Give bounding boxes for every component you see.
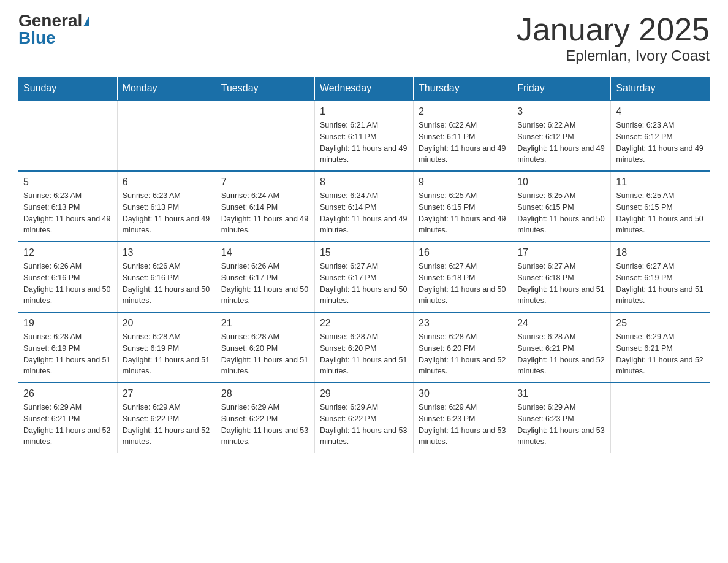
day-info: Sunrise: 6:28 AM Sunset: 6:20 PM Dayligh… [221, 331, 309, 377]
day-number: 21 [221, 318, 309, 329]
calendar-cell: 12Sunrise: 6:26 AM Sunset: 6:16 PM Dayli… [18, 242, 117, 312]
day-number: 8 [320, 177, 408, 188]
day-info: Sunrise: 6:29 AM Sunset: 6:21 PM Dayligh… [616, 331, 705, 377]
day-info: Sunrise: 6:24 AM Sunset: 6:14 PM Dayligh… [320, 190, 408, 236]
day-of-week-header: Wednesday [314, 77, 413, 101]
calendar-cell [18, 101, 117, 171]
day-of-week-header: Sunday [18, 77, 117, 101]
calendar-week-row: 19Sunrise: 6:28 AM Sunset: 6:19 PM Dayli… [18, 312, 710, 383]
calendar-cell: 24Sunrise: 6:28 AM Sunset: 6:21 PM Dayli… [512, 312, 611, 383]
day-info: Sunrise: 6:27 AM Sunset: 6:17 PM Dayligh… [320, 261, 408, 307]
day-number: 24 [517, 318, 605, 329]
day-number: 10 [517, 177, 605, 188]
calendar-cell: 16Sunrise: 6:27 AM Sunset: 6:18 PM Dayli… [414, 242, 512, 312]
calendar-cell: 19Sunrise: 6:28 AM Sunset: 6:19 PM Dayli… [18, 312, 117, 383]
day-info: Sunrise: 6:26 AM Sunset: 6:16 PM Dayligh… [23, 261, 112, 307]
day-number: 16 [419, 247, 507, 258]
day-info: Sunrise: 6:28 AM Sunset: 6:19 PM Dayligh… [23, 331, 112, 377]
day-number: 9 [419, 177, 507, 188]
day-of-week-header: Saturday [611, 77, 710, 101]
calendar-cell: 21Sunrise: 6:28 AM Sunset: 6:20 PM Dayli… [216, 312, 314, 383]
day-of-week-header: Friday [512, 77, 611, 101]
calendar-cell: 26Sunrise: 6:29 AM Sunset: 6:21 PM Dayli… [18, 383, 117, 453]
day-info: Sunrise: 6:23 AM Sunset: 6:13 PM Dayligh… [123, 190, 211, 236]
day-info: Sunrise: 6:29 AM Sunset: 6:22 PM Dayligh… [221, 402, 309, 448]
calendar-cell: 5Sunrise: 6:23 AM Sunset: 6:13 PM Daylig… [18, 171, 117, 242]
calendar-table: SundayMondayTuesdayWednesdayThursdayFrid… [18, 77, 710, 453]
day-info: Sunrise: 6:26 AM Sunset: 6:17 PM Dayligh… [221, 261, 309, 307]
calendar-cell: 22Sunrise: 6:28 AM Sunset: 6:20 PM Dayli… [314, 312, 413, 383]
calendar-cell: 11Sunrise: 6:25 AM Sunset: 6:15 PM Dayli… [611, 171, 710, 242]
calendar-cell: 30Sunrise: 6:29 AM Sunset: 6:23 PM Dayli… [414, 383, 512, 453]
day-info: Sunrise: 6:22 AM Sunset: 6:11 PM Dayligh… [419, 120, 507, 166]
day-info: Sunrise: 6:23 AM Sunset: 6:12 PM Dayligh… [616, 120, 705, 166]
calendar-cell: 1Sunrise: 6:21 AM Sunset: 6:11 PM Daylig… [314, 101, 413, 171]
day-info: Sunrise: 6:27 AM Sunset: 6:18 PM Dayligh… [419, 261, 507, 307]
calendar-cell: 3Sunrise: 6:22 AM Sunset: 6:12 PM Daylig… [512, 101, 611, 171]
calendar-subtitle: Eplemlan, Ivory Coast [517, 47, 710, 64]
day-of-week-header: Tuesday [216, 77, 314, 101]
calendar-cell [611, 383, 710, 453]
day-number: 27 [123, 388, 211, 399]
day-number: 19 [23, 318, 112, 329]
calendar-cell: 18Sunrise: 6:27 AM Sunset: 6:19 PM Dayli… [611, 242, 710, 312]
day-info: Sunrise: 6:29 AM Sunset: 6:23 PM Dayligh… [419, 402, 507, 448]
day-info: Sunrise: 6:27 AM Sunset: 6:19 PM Dayligh… [616, 261, 705, 307]
calendar-cell: 2Sunrise: 6:22 AM Sunset: 6:11 PM Daylig… [414, 101, 512, 171]
logo-triangle-icon [83, 15, 89, 26]
day-number: 29 [320, 388, 408, 399]
day-info: Sunrise: 6:29 AM Sunset: 6:22 PM Dayligh… [123, 402, 211, 448]
page-header: General Blue January 2025 Eplemlan, Ivor… [18, 12, 710, 64]
calendar-cell: 8Sunrise: 6:24 AM Sunset: 6:14 PM Daylig… [314, 171, 413, 242]
calendar-header-row: SundayMondayTuesdayWednesdayThursdayFrid… [18, 77, 710, 101]
day-info: Sunrise: 6:21 AM Sunset: 6:11 PM Dayligh… [320, 120, 408, 166]
day-info: Sunrise: 6:25 AM Sunset: 6:15 PM Dayligh… [616, 190, 705, 236]
day-info: Sunrise: 6:29 AM Sunset: 6:21 PM Dayligh… [23, 402, 112, 448]
day-number: 7 [221, 177, 309, 188]
calendar-cell [216, 101, 314, 171]
calendar-week-row: 26Sunrise: 6:29 AM Sunset: 6:21 PM Dayli… [18, 383, 710, 453]
day-info: Sunrise: 6:28 AM Sunset: 6:21 PM Dayligh… [517, 331, 605, 377]
day-info: Sunrise: 6:27 AM Sunset: 6:18 PM Dayligh… [517, 261, 605, 307]
day-number: 2 [419, 106, 507, 117]
day-number: 18 [616, 247, 705, 258]
logo-general-text: General [18, 12, 82, 29]
day-info: Sunrise: 6:25 AM Sunset: 6:15 PM Dayligh… [419, 190, 507, 236]
calendar-cell: 6Sunrise: 6:23 AM Sunset: 6:13 PM Daylig… [117, 171, 216, 242]
day-of-week-header: Thursday [414, 77, 512, 101]
calendar-cell: 17Sunrise: 6:27 AM Sunset: 6:18 PM Dayli… [512, 242, 611, 312]
day-info: Sunrise: 6:29 AM Sunset: 6:23 PM Dayligh… [517, 402, 605, 448]
calendar-cell: 28Sunrise: 6:29 AM Sunset: 6:22 PM Dayli… [216, 383, 314, 453]
day-number: 25 [616, 318, 705, 329]
calendar-cell: 20Sunrise: 6:28 AM Sunset: 6:19 PM Dayli… [117, 312, 216, 383]
title-block: January 2025 Eplemlan, Ivory Coast [517, 12, 710, 64]
calendar-cell: 7Sunrise: 6:24 AM Sunset: 6:14 PM Daylig… [216, 171, 314, 242]
day-number: 20 [123, 318, 211, 329]
day-number: 31 [517, 388, 605, 399]
calendar-cell: 9Sunrise: 6:25 AM Sunset: 6:15 PM Daylig… [414, 171, 512, 242]
calendar-cell: 27Sunrise: 6:29 AM Sunset: 6:22 PM Dayli… [117, 383, 216, 453]
calendar-cell: 10Sunrise: 6:25 AM Sunset: 6:15 PM Dayli… [512, 171, 611, 242]
day-number: 28 [221, 388, 309, 399]
day-info: Sunrise: 6:28 AM Sunset: 6:20 PM Dayligh… [419, 331, 507, 377]
day-of-week-header: Monday [117, 77, 216, 101]
calendar-cell: 4Sunrise: 6:23 AM Sunset: 6:12 PM Daylig… [611, 101, 710, 171]
calendar-week-row: 1Sunrise: 6:21 AM Sunset: 6:11 PM Daylig… [18, 101, 710, 171]
calendar-cell: 13Sunrise: 6:26 AM Sunset: 6:16 PM Dayli… [117, 242, 216, 312]
day-number: 14 [221, 247, 309, 258]
day-number: 3 [517, 106, 605, 117]
day-info: Sunrise: 6:24 AM Sunset: 6:14 PM Dayligh… [221, 190, 309, 236]
day-info: Sunrise: 6:28 AM Sunset: 6:20 PM Dayligh… [320, 331, 408, 377]
calendar-cell: 14Sunrise: 6:26 AM Sunset: 6:17 PM Dayli… [216, 242, 314, 312]
calendar-cell [117, 101, 216, 171]
day-number: 6 [123, 177, 211, 188]
day-number: 15 [320, 247, 408, 258]
day-info: Sunrise: 6:26 AM Sunset: 6:16 PM Dayligh… [123, 261, 211, 307]
calendar-cell: 31Sunrise: 6:29 AM Sunset: 6:23 PM Dayli… [512, 383, 611, 453]
day-number: 11 [616, 177, 705, 188]
day-number: 17 [517, 247, 605, 258]
calendar-week-row: 5Sunrise: 6:23 AM Sunset: 6:13 PM Daylig… [18, 171, 710, 242]
day-info: Sunrise: 6:25 AM Sunset: 6:15 PM Dayligh… [517, 190, 605, 236]
day-number: 26 [23, 388, 112, 399]
day-number: 23 [419, 318, 507, 329]
